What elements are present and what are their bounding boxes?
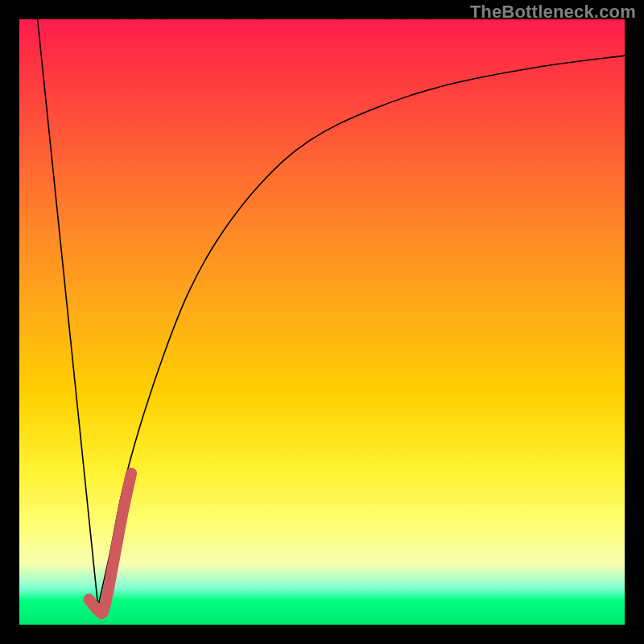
plot-area [19,19,625,625]
chart-stage: TheBottleneck.com [0,0,644,644]
watermark-text: TheBottleneck.com [470,2,636,23]
curve-layer [19,19,625,625]
accent-j-hook [89,473,132,613]
log-rise-curve [98,56,625,606]
left-descending-line [38,19,98,606]
